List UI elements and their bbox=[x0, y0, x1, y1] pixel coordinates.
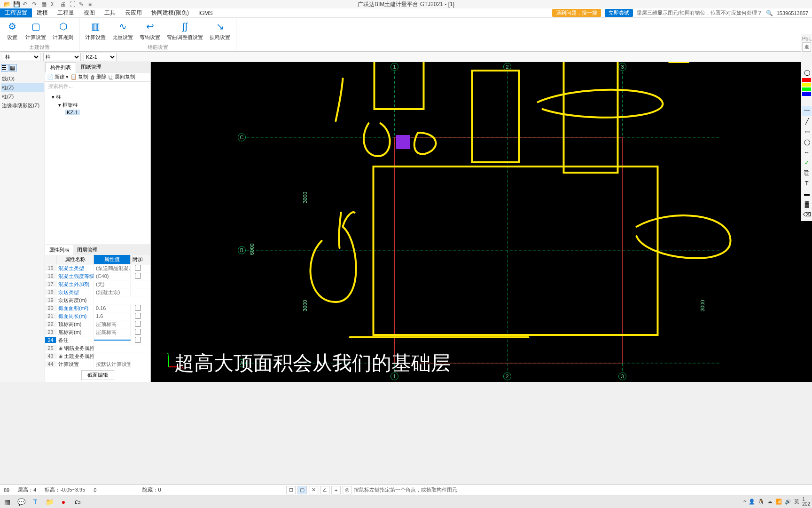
eraser-tool-icon[interactable]: ⌫ bbox=[802, 210, 812, 219]
rect-tool-icon[interactable]: ▭ bbox=[802, 127, 812, 136]
drawing-canvas[interactable]: 1 2 3 1 2 3 C B A 3000 6000 bbox=[151, 62, 812, 382]
ribbon-calc-settings-button[interactable]: ▢ 计算设置 bbox=[23, 19, 49, 44]
snap-plus-icon[interactable]: + bbox=[331, 486, 341, 494]
taskbar-app1-icon[interactable]: T bbox=[30, 497, 40, 507]
ribbon-rebar-calc-button[interactable]: ▥ 计算设置 bbox=[82, 19, 109, 44]
nav-item-column1[interactable]: 柱(Z) bbox=[1, 83, 44, 92]
prop-extra[interactable] bbox=[131, 313, 145, 320]
check-tool-icon[interactable]: ✓ bbox=[802, 158, 812, 167]
menu-tools[interactable]: 工具 bbox=[100, 8, 120, 17]
tab-drawing-mgmt[interactable]: 图纸管理 bbox=[76, 62, 106, 72]
nav-item-line[interactable]: 线(O) bbox=[1, 74, 44, 83]
prop-value[interactable]: (无) bbox=[94, 281, 131, 288]
prop-row-16[interactable]: 16混凝土强度等级(C40) bbox=[45, 272, 150, 280]
menu-igms[interactable]: IGMS bbox=[194, 8, 218, 17]
prop-row-17[interactable]: 17混凝土外加剂(无) bbox=[45, 280, 150, 288]
qat-settings-icon[interactable]: ✎ bbox=[79, 1, 86, 8]
swatch-green[interactable] bbox=[802, 87, 811, 91]
taskbar-explorer-icon[interactable]: 📁 bbox=[44, 497, 55, 507]
snap-rect-icon[interactable]: ▢ bbox=[297, 486, 307, 494]
nav-item-column2[interactable]: 柱(Z) bbox=[1, 92, 44, 101]
ribbon-settings-button[interactable]: ⚙ 设置 bbox=[3, 19, 22, 44]
menu-modeling[interactable]: 建模 bbox=[32, 8, 53, 17]
prop-checkbox[interactable] bbox=[135, 329, 141, 335]
ribbon-weight-button[interactable]: ∿ 比重设置 bbox=[109, 19, 136, 44]
snap-angle-icon[interactable]: ∠ bbox=[320, 486, 329, 494]
qat-area-icon[interactable]: ▦ bbox=[41, 1, 48, 8]
prop-checkbox[interactable] bbox=[135, 313, 141, 319]
tree-child[interactable]: ▾ 框架柱 bbox=[47, 102, 78, 108]
snap-endpoint-icon[interactable]: ⊡ bbox=[286, 486, 296, 494]
prop-extra[interactable] bbox=[131, 305, 145, 312]
wave-tool-icon[interactable]: 〰 bbox=[802, 106, 812, 116]
tree-root[interactable]: ▾ 柱 bbox=[47, 94, 61, 100]
search-help-button[interactable]: 遇到问题，搜一搜 bbox=[552, 9, 601, 17]
prop-row-19[interactable]: 19泵送高度(m) bbox=[45, 296, 150, 304]
prop-row-22[interactable]: 22顶标高(m)层顶标高 bbox=[45, 320, 150, 328]
prop-checkbox[interactable] bbox=[135, 265, 141, 271]
prop-value[interactable]: 层底标高 bbox=[94, 329, 131, 336]
prop-checkbox[interactable] bbox=[135, 321, 141, 327]
component-search[interactable]: 搜索构件... bbox=[45, 82, 150, 91]
prop-value[interactable]: 层顶标高 bbox=[94, 321, 131, 328]
crop-tool-icon[interactable]: ⿻ bbox=[802, 168, 812, 178]
section-edit-button[interactable]: 截面编辑 bbox=[81, 370, 114, 380]
swatch-yellow[interactable] bbox=[802, 83, 811, 87]
search-icon[interactable]: 🔍 bbox=[766, 10, 773, 16]
prop-extra[interactable] bbox=[131, 321, 145, 328]
try-now-button[interactable]: 立即尝试 bbox=[605, 9, 633, 17]
tab-properties[interactable]: 属性列表 bbox=[45, 245, 73, 255]
menu-cloud[interactable]: 云应用 bbox=[120, 8, 147, 17]
tray-up-icon[interactable]: ^ bbox=[743, 499, 746, 505]
tab-layer-mgmt[interactable]: 图层管理 bbox=[73, 245, 102, 255]
type1-select[interactable]: 柱 bbox=[3, 53, 40, 61]
tab-component-list[interactable]: 构件列表 bbox=[45, 62, 76, 72]
prop-value[interactable] bbox=[94, 340, 131, 341]
prop-value[interactable]: (泵送商品混凝... bbox=[94, 265, 131, 272]
swatch-blue[interactable] bbox=[802, 92, 811, 96]
menu-view[interactable]: 视图 bbox=[79, 8, 100, 17]
tray-ime[interactable]: 英 bbox=[794, 498, 799, 505]
menu-collab[interactable]: 协同建模(限免) bbox=[147, 8, 194, 17]
qat-cumulative-icon[interactable]: Σ bbox=[51, 1, 57, 8]
prop-value[interactable]: 按默认计算设置 bbox=[94, 361, 131, 368]
qat-print-icon[interactable]: 🖨 bbox=[60, 1, 67, 8]
ribbon-calc-rules-button[interactable]: ⬡ 计算规则 bbox=[50, 19, 76, 44]
layer-copy-button[interactable]: ⿻ 层间复制 bbox=[109, 73, 135, 80]
tray-wifi-icon[interactable]: 📶 bbox=[775, 499, 782, 505]
menu-quantity[interactable]: 工程量 bbox=[53, 8, 79, 17]
tray-people-icon[interactable]: 👤 bbox=[749, 499, 755, 505]
prop-row-44[interactable]: 44 计算设置按默认计算设置 bbox=[45, 360, 150, 368]
taskbar-record-icon[interactable]: ● bbox=[58, 497, 69, 507]
prop-value[interactable]: (混凝土泵) bbox=[94, 289, 131, 296]
new-button[interactable]: 📄 新建 ▾ bbox=[47, 73, 69, 80]
prop-checkbox[interactable] bbox=[135, 305, 141, 311]
tray-penguin-icon[interactable]: 🐧 bbox=[758, 499, 765, 505]
ribbon-hook-button[interactable]: ↩ 弯钩设置 bbox=[137, 19, 163, 44]
prop-row-25[interactable]: 25⊞ 钢筋业务属性 bbox=[45, 344, 150, 352]
instance-select[interactable]: KZ-1 bbox=[84, 53, 117, 61]
prop-row-18[interactable]: 18泵送类型(混凝土泵) bbox=[45, 288, 150, 296]
prop-row-43[interactable]: 43⊞ 土建业务属性 bbox=[45, 352, 150, 360]
qat-redo-icon[interactable]: ↷ bbox=[32, 1, 39, 8]
delete-button[interactable]: 🗑 删除 bbox=[90, 73, 107, 80]
prop-extra[interactable] bbox=[131, 337, 145, 344]
prop-extra[interactable] bbox=[131, 273, 145, 280]
snap-cross-icon[interactable]: ✕ bbox=[309, 486, 318, 494]
tray-sound-icon[interactable]: 🔊 bbox=[785, 499, 791, 505]
list-mode-icon[interactable]: ☰ bbox=[1, 64, 8, 71]
type2-select[interactable]: 柱 bbox=[43, 53, 81, 61]
copy-button[interactable]: 📋 复制 bbox=[70, 73, 88, 80]
qat-more-icon[interactable]: ≡ bbox=[88, 1, 95, 8]
ribbon-loss-button[interactable]: ↘ 损耗设置 bbox=[207, 19, 233, 44]
snap-target-icon[interactable]: ◎ bbox=[343, 486, 352, 494]
taskbar-start-icon[interactable]: ▦ bbox=[2, 497, 12, 507]
prop-value[interactable]: 1.6 bbox=[94, 313, 131, 319]
text-tool-icon[interactable]: T bbox=[802, 179, 812, 188]
grid-mode-icon[interactable]: ▦ bbox=[9, 64, 17, 71]
prop-row-21[interactable]: 21截面周长(m)1.6 bbox=[45, 312, 150, 320]
prop-row-15[interactable]: 15混凝土类型(泵送商品混凝... bbox=[45, 264, 150, 272]
tree-item-kz1[interactable]: KZ-1 bbox=[65, 110, 80, 115]
menu-project-settings[interactable]: 工程设置 bbox=[0, 8, 32, 17]
taskbar-wechat-icon[interactable]: 💬 bbox=[16, 497, 26, 507]
